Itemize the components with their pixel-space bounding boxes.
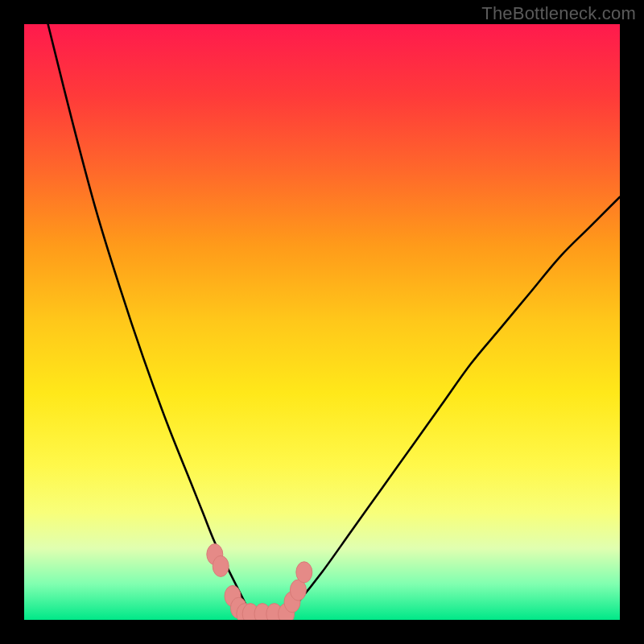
marker-dot <box>296 562 312 583</box>
chart-frame: TheBottleneck.com <box>0 0 644 644</box>
watermark-text: TheBottleneck.com <box>481 3 636 24</box>
right-curve <box>287 197 620 614</box>
curve-layer <box>24 24 620 620</box>
marker-group <box>207 544 312 620</box>
left-curve <box>48 24 251 614</box>
plot-area <box>24 24 620 620</box>
marker-dot <box>213 555 229 576</box>
